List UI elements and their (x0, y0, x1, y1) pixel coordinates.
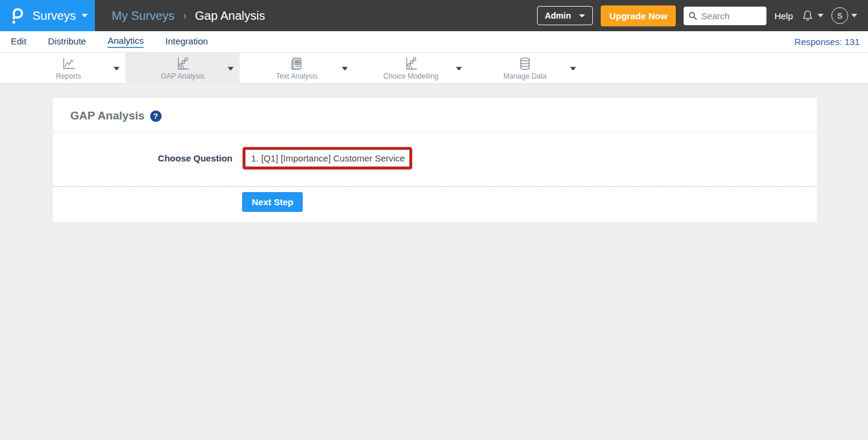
chevron-down-icon (818, 14, 824, 17)
document-icon (289, 56, 305, 71)
account-menu[interactable]: S (831, 7, 857, 24)
bubble-chart-icon (403, 56, 419, 71)
breadcrumb: My Surveys › Gap Analysis (112, 9, 265, 23)
header-actions: Admin Upgrade Now Help S (537, 5, 868, 26)
responses-count: Responses: 131 (795, 37, 860, 47)
proprofs-logo-icon (10, 7, 25, 25)
chevron-down-icon[interactable] (228, 67, 234, 70)
tab-label: Choice Modelling (383, 72, 439, 80)
line-chart-icon (61, 56, 76, 71)
chevron-down-icon (579, 14, 585, 17)
chevron-down-icon[interactable] (342, 67, 348, 70)
tab-label: Text Analysis (276, 72, 317, 80)
chevron-down-icon[interactable] (570, 67, 576, 70)
bell-icon (801, 8, 815, 23)
choose-question-row: Choose Question 1. [Q1] [Importance] Cus… (53, 133, 817, 186)
question-select-value: 1. [Q1] [Importance] Customer Service (251, 153, 405, 163)
admin-dropdown-button[interactable]: Admin (537, 6, 593, 25)
chevron-down-icon[interactable] (456, 67, 462, 70)
product-name: Surveys (32, 9, 76, 23)
choose-question-label: Choose Question (53, 153, 232, 163)
chevron-down-icon (851, 14, 857, 17)
database-icon (517, 56, 533, 71)
survey-menubar: Edit Distribute Analytics Integration Re… (0, 31, 868, 53)
analytics-tabbar: Reports GAP Analysis Text Analysis (0, 53, 868, 84)
notifications-menu[interactable] (801, 8, 824, 23)
chevron-down-icon[interactable] (114, 67, 120, 70)
admin-label: Admin (545, 11, 571, 20)
top-header: Surveys My Surveys › Gap Analysis Admin … (0, 0, 868, 31)
menu-item-analytics[interactable]: Analytics (108, 35, 144, 48)
tab-text-analysis[interactable]: Text Analysis (240, 53, 354, 84)
question-select[interactable]: 1. [Q1] [Importance] Customer Service (245, 149, 410, 167)
annotation-highlight: 1. [Q1] [Importance] Customer Service (243, 147, 412, 169)
breadcrumb-my-surveys[interactable]: My Surveys (112, 9, 174, 23)
breadcrumb-separator: › (183, 10, 186, 22)
chevron-down-icon (82, 14, 88, 17)
menu-item-distribute[interactable]: Distribute (48, 36, 86, 47)
tab-label: Reports (56, 72, 81, 80)
card-footer: Next Step (53, 187, 817, 222)
help-link[interactable]: Help (774, 11, 793, 21)
breadcrumb-current: Gap Analysis (195, 9, 265, 23)
tab-choice-modelling[interactable]: Choice Modelling (354, 53, 468, 84)
main-content: GAP Analysis ? Choose Question 1. [Q1] [… (0, 84, 868, 222)
tab-reports[interactable]: Reports (11, 53, 126, 84)
product-switcher[interactable]: Surveys (0, 0, 95, 31)
search-box (684, 7, 766, 25)
menu-item-integration[interactable]: Integration (165, 36, 208, 47)
search-input[interactable] (701, 11, 762, 21)
tab-manage-data[interactable]: Manage Data (468, 53, 582, 84)
tab-label: GAP Analysis (161, 72, 204, 80)
card-header: GAP Analysis ? (53, 98, 817, 133)
menu-item-edit[interactable]: Edit (11, 36, 26, 47)
tab-gap-analysis[interactable]: GAP Analysis (126, 53, 240, 84)
next-step-button[interactable]: Next Step (242, 192, 303, 212)
search-icon (688, 11, 697, 20)
bubble-chart-icon (175, 56, 190, 71)
tab-label: Manage Data (503, 72, 547, 80)
avatar: S (831, 7, 848, 24)
help-icon[interactable]: ? (150, 110, 162, 122)
page-title: GAP Analysis (70, 109, 145, 122)
upgrade-now-button[interactable]: Upgrade Now (601, 5, 676, 26)
gap-analysis-card: GAP Analysis ? Choose Question 1. [Q1] [… (53, 98, 817, 222)
